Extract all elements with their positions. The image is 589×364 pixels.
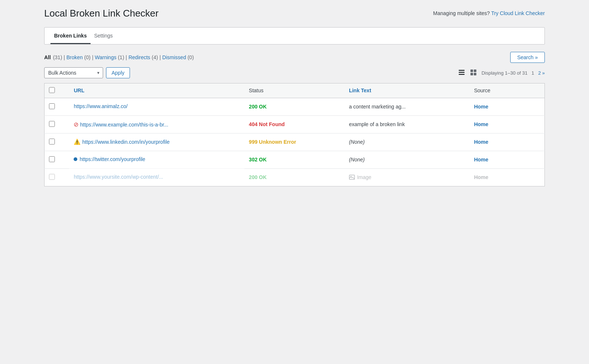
filter-links: All (31) | Broken (0) | Warnings (1) | R… (44, 54, 194, 60)
pagination-info: Displaying 1–30 of 31 1 2 » (482, 70, 545, 76)
cloud-link[interactable]: Try Cloud Link Checker (491, 10, 545, 16)
page-next-link[interactable]: 2 (538, 70, 541, 76)
table-row: https://twitter.com/yourprofile302 OK(No… (45, 151, 545, 168)
table-header-row: URL Status Link Text Source (45, 83, 545, 98)
table-row: ⚠️https://www.linkedin.com/in/yourprofil… (45, 133, 545, 151)
tab-broken-links[interactable]: Broken Links (50, 28, 91, 44)
list-view-button[interactable] (456, 67, 467, 79)
row-status-cell: 200 OK (244, 98, 345, 115)
grid-icon (470, 69, 477, 76)
toolbar-left: Bulk Actions ▾ Apply (44, 67, 130, 78)
tab-settings[interactable]: Settings (91, 28, 117, 44)
error-icon: ⊘ (74, 121, 78, 128)
row-url-link[interactable]: https://www.animalz.co/ (74, 103, 127, 109)
row-url-cell: https://twitter.com/yourprofile (69, 151, 244, 167)
row-url-link[interactable]: https://www.example.com/this-is-a-br... (80, 122, 168, 128)
list-icon (458, 69, 465, 76)
filter-warnings-link[interactable]: Warnings (95, 54, 117, 60)
pagination-text: Displaying 1–30 of 31 (482, 70, 528, 76)
warning-icon: ⚠️ (74, 139, 81, 145)
row-linktext: (None) (349, 139, 365, 145)
view-icons (456, 67, 479, 79)
svg-rect-3 (470, 69, 473, 72)
row-source-cell: Home (470, 151, 545, 168)
filter-broken-link[interactable]: Broken (66, 54, 82, 60)
row-status: 999 Unknown Error (249, 139, 296, 145)
svg-rect-0 (459, 70, 465, 71)
row-checkbox-cell (45, 151, 70, 168)
row-linktext: example of a broken link (345, 115, 470, 133)
col-url-link[interactable]: URL (74, 88, 84, 93)
row-checkbox[interactable] (49, 174, 55, 180)
svg-rect-6 (474, 73, 476, 75)
row-status: 302 OK (249, 157, 267, 163)
row-source-cell: Home (470, 115, 545, 133)
svg-rect-2 (459, 74, 465, 75)
table-row: https://www.yoursite.com/wp-content/...2… (45, 168, 545, 186)
col-source-label: Source (474, 88, 490, 93)
row-source-cell: Home (470, 133, 545, 151)
row-url-link[interactable]: https://www.linkedin.com/in/yourprofile (82, 139, 169, 145)
managing-text: Managing multiple sites? (433, 10, 490, 16)
sep-3: | (126, 54, 127, 60)
row-linktext-cell: (None) (345, 151, 470, 168)
row-source-cell: Home (470, 98, 545, 115)
row-status-cell: 404 Not Found (244, 115, 345, 133)
row-checkbox[interactable] (49, 139, 55, 144)
row-url-link[interactable]: https://twitter.com/yourprofile (80, 156, 145, 162)
row-url-link[interactable]: https://www.yoursite.com/wp-content/... (74, 174, 163, 180)
row-status: 200 OK (249, 174, 267, 180)
grid-view-button[interactable] (468, 67, 479, 79)
tabs-nav: Broken Links Settings (45, 28, 544, 44)
filter-redirects-link[interactable]: Redirects (128, 54, 150, 60)
row-url-cell: https://www.animalz.co/ (69, 98, 244, 114)
row-checkbox[interactable] (49, 121, 55, 127)
page-next-arrow-link[interactable]: » (542, 70, 545, 76)
row-checkbox-cell (45, 133, 70, 151)
row-checkbox[interactable] (49, 103, 55, 109)
row-linktext: (None) (349, 157, 365, 163)
header-right: Managing multiple sites? Try Cloud Link … (433, 7, 545, 16)
filter-dismissed-link[interactable]: Dismissed (162, 54, 186, 60)
filter-warnings-count: (1) (118, 54, 124, 60)
row-source-link[interactable]: Home (474, 104, 489, 110)
links-table: URL Status Link Text Source https://www.… (44, 83, 545, 186)
bulk-actions-wrapper: Bulk Actions ▾ (44, 67, 103, 78)
col-linktext-link[interactable]: Link Text (349, 88, 371, 93)
redirect-icon (74, 157, 77, 161)
row-url-cell: ⊘https://www.example.com/this-is-a-br... (69, 115, 244, 133)
row-source-link[interactable]: Home (474, 121, 489, 127)
row-linktext-cell: Image (345, 168, 470, 186)
table-row: ⊘https://www.example.com/this-is-a-br...… (45, 115, 545, 133)
toolbar-right: Displaying 1–30 of 31 1 2 » (456, 67, 545, 79)
row-source-link[interactable]: Home (474, 157, 489, 163)
col-header-status: Status (244, 83, 345, 98)
filter-all-label: All (44, 54, 51, 60)
bulk-actions-select[interactable]: Bulk Actions (44, 67, 103, 78)
row-source-link[interactable]: Home (474, 174, 489, 180)
row-checkbox[interactable] (49, 156, 55, 162)
row-url-cell: https://www.yoursite.com/wp-content/... (69, 168, 244, 185)
table-row: https://www.animalz.co/200 OKa content m… (45, 98, 545, 115)
apply-button[interactable]: Apply (106, 67, 130, 78)
row-status: 404 Not Found (249, 121, 285, 127)
sep-4: | (159, 54, 161, 60)
row-source-link[interactable]: Home (474, 139, 489, 145)
col-header-check (45, 83, 70, 98)
select-all-checkbox[interactable] (49, 87, 55, 93)
row-linktext-cell: (None) (345, 133, 470, 151)
row-status-cell: 999 Unknown Error (244, 133, 345, 151)
col-header-linktext: Link Text (345, 83, 470, 98)
toolbar: Bulk Actions ▾ Apply (44, 67, 545, 79)
table-body: https://www.animalz.co/200 OKa content m… (45, 98, 545, 186)
sep-2: | (92, 54, 94, 60)
image-icon (349, 174, 355, 180)
filter-dismissed-count: (0) (187, 54, 194, 60)
page-title: Local Broken Link Checker (44, 7, 159, 20)
row-source-cell: Home (470, 168, 545, 186)
search-button[interactable]: Search » (510, 52, 545, 63)
col-header-source: Source (470, 83, 545, 98)
col-status-label: Status (249, 88, 264, 93)
page-header: Local Broken Link Checker Managing multi… (44, 7, 545, 20)
row-checkbox-cell (45, 98, 70, 115)
